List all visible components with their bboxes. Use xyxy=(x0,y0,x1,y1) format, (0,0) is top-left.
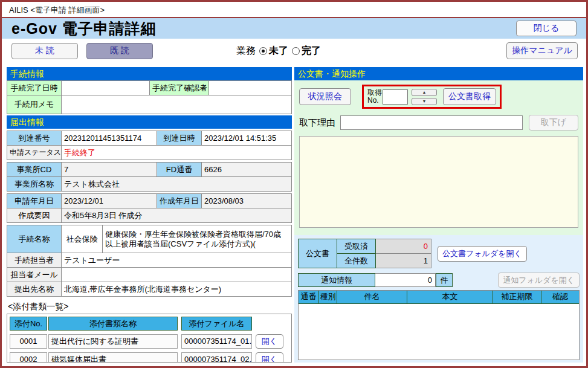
attachment-name: 磁気媒体届出書 xyxy=(48,352,178,363)
create-date-value: 2023/08/03 xyxy=(202,194,292,208)
radio-incomplete-icon[interactable] xyxy=(259,47,267,55)
report-group-dates: 申請年月日 2023/12/01 作成年月日 2023/08/03 作成要因 令… xyxy=(7,193,292,223)
total-label: 全件数 xyxy=(337,254,376,268)
right-column: 公文書・通知操作 状況照会 取得 No. ▲ ▼ 公文書取 xyxy=(294,67,583,363)
arrival-no-value: 202312011451351174 xyxy=(62,131,157,146)
apply-date-value: 2023/12/01 xyxy=(62,194,157,208)
radio-complete-label: 完了 xyxy=(302,45,321,57)
notice-col-body: 本文 xyxy=(407,291,493,304)
procedure-info-table: 手続完了日時 手続完了確認者 手続用メモ xyxy=(7,80,292,114)
acquire-doc-button[interactable]: 公文書取得 xyxy=(443,88,496,105)
task-status-group: 業務 未了 完了 xyxy=(236,45,321,57)
notice-count-field: 0 xyxy=(375,273,436,287)
staff-value: テストユーザー xyxy=(62,253,292,268)
radio-complete[interactable]: 完了 xyxy=(292,45,321,57)
status-inquiry-button[interactable]: 状況照会 xyxy=(299,88,351,105)
apply-date-label: 申請年月日 xyxy=(7,194,62,208)
acquire-no-input[interactable] xyxy=(383,89,408,105)
complete-datetime-value[interactable] xyxy=(62,81,150,95)
proc-category-value: 社会保険 xyxy=(62,225,103,253)
report-group-office: 事業所CD 7 FD通番 6626 事業所名称 テスト株式会社 xyxy=(7,162,292,192)
create-date-label: 作成年月日 xyxy=(157,194,202,208)
report-group-procedure: 手続名称 社会保険 健康保険・厚生年金保険被保険者資格取得届/70歳以上被用者該… xyxy=(7,225,292,297)
procedure-info-header: 手続情報 xyxy=(7,67,292,80)
close-button[interactable]: 閉じる xyxy=(516,21,577,36)
open-doc-folder-button[interactable]: 公文書フォルダを開く xyxy=(438,246,527,262)
complete-confirmer-value[interactable] xyxy=(209,81,292,95)
window-title: AILIS <電子申請 詳細画面> xyxy=(2,2,586,18)
notice-info-label: 通知情報 xyxy=(298,273,375,287)
unread-button[interactable]: 未 読 xyxy=(11,43,78,59)
spinner-down-button[interactable]: ▼ xyxy=(412,98,437,105)
withdraw-button[interactable]: 取下げ xyxy=(529,115,578,131)
arrival-no-label: 到達番号 xyxy=(7,131,62,146)
reason-value: 令和5年8月3日 作成分 xyxy=(62,208,292,223)
acquire-row: 状況照会 取得 No. ▲ ▼ 公文書取得 xyxy=(299,85,578,109)
attachment-file: 000007351174_01.p xyxy=(181,334,252,349)
office-cd-value: 7 xyxy=(62,163,157,177)
attachments-col-name: 添付書類名称 xyxy=(48,317,178,331)
official-doc-label: 公文書 xyxy=(299,239,337,268)
doc-ops-panel: 状況照会 取得 No. ▲ ▼ 公文書取得 xyxy=(294,80,583,235)
radio-incomplete-label: 未了 xyxy=(269,45,288,57)
attachment-name: 提出代行に関する証明書 xyxy=(48,334,178,349)
acquire-highlight-box: 取得 No. ▲ ▼ 公文書取得 xyxy=(362,85,502,109)
fd-no-label: FD通番 xyxy=(157,163,202,177)
total-count: 1 xyxy=(376,254,431,268)
office-name-label: 事業所名称 xyxy=(7,177,62,192)
page-title: e-Gov 電子申請詳細 xyxy=(2,18,586,39)
attachments-list: 添付No. 添付書類名称 添付ファイル名 0001 提出代行に関する証明書 00… xyxy=(7,314,292,363)
office-cd-label: 事業所CD xyxy=(7,163,62,177)
manual-button[interactable]: 操作マニュアル xyxy=(506,42,578,59)
fd-no-value: 6626 xyxy=(202,163,292,177)
received-count: 0 xyxy=(376,239,431,254)
notice-unit-label: 件 xyxy=(436,273,453,287)
mail-label: 担当者メール xyxy=(7,268,62,282)
doc-ops-header: 公文書・通知操作 xyxy=(294,67,583,80)
status-label: 申請ステータス xyxy=(7,146,62,160)
notice-col-confirm: 確認 xyxy=(541,291,579,304)
attachment-file: 000007351174_02.C xyxy=(181,352,252,363)
notice-table-body[interactable] xyxy=(299,304,579,360)
read-button[interactable]: 既 読 xyxy=(86,43,153,59)
notice-col-type: 種別 xyxy=(319,291,337,304)
arrival-dt-label: 到達日時 xyxy=(157,131,202,146)
attachment-no: 0001 xyxy=(10,334,47,349)
notification-panel: 公文書 受取済 0 全件数 1 公文書フォルダを開く 通知情報 0 件 xyxy=(294,235,583,363)
attachments-header-row: 添付No. 添付書類名称 添付ファイル名 xyxy=(10,317,289,331)
open-attachment-button[interactable]: 開く xyxy=(256,352,283,363)
received-label: 受取済 xyxy=(337,239,376,254)
attachments-col-no: 添付No. xyxy=(10,317,47,331)
memo-label: 手続用メモ xyxy=(7,95,62,114)
proc-name-value: 健康保険・厚生年金保険被保険者資格取得届/70歳以上被用者該当届(CSVファイル… xyxy=(103,225,292,253)
message-area[interactable] xyxy=(299,136,578,228)
page-header: e-Gov 電子申請詳細 閉じる xyxy=(2,18,586,39)
official-doc-counts: 公文書 受取済 0 全件数 1 公文書フォルダを開く xyxy=(298,239,580,268)
notice-table-header: 通番 種別 件名 本文 補正期限 確認 xyxy=(299,291,579,304)
spinner-up-button[interactable]: ▲ xyxy=(412,89,437,96)
application-detail-window: AILIS <電子申請 詳細画面> e-Gov 電子申請詳細 閉じる 未 読 既… xyxy=(0,0,588,368)
withdraw-reason-input[interactable] xyxy=(340,115,523,130)
notice-col-subject: 件名 xyxy=(337,291,407,304)
open-notice-folder-button[interactable]: 通知フォルダを開く xyxy=(498,273,580,288)
report-group-arrival: 到達番号 202312011451351174 到達日時 2023/12/01 … xyxy=(7,131,292,160)
dest-value: 北海道,帯広年金事務所(北海道事務センター) xyxy=(62,282,292,297)
memo-value[interactable] xyxy=(62,95,292,114)
task-label: 業務 xyxy=(236,45,256,57)
main-area: 手続情報 手続完了日時 手続完了確認者 手続用メモ 届出情報 xyxy=(2,64,586,366)
acquire-no-label-line2: No. xyxy=(367,97,382,105)
reason-label: 作成要因 xyxy=(7,208,62,223)
mail-value xyxy=(62,268,292,282)
attachments-col-file: 添付ファイル名 xyxy=(181,317,252,331)
notice-info-row: 通知情報 0 件 通知フォルダを開く xyxy=(298,273,580,288)
toolbar: 未 読 既 読 業務 未了 完了 操作マニュアル xyxy=(2,39,586,63)
radio-incomplete[interactable]: 未了 xyxy=(259,45,288,57)
complete-datetime-label: 手続完了日時 xyxy=(7,81,62,95)
office-name-value: テスト株式会社 xyxy=(62,177,292,192)
open-attachment-button[interactable]: 開く xyxy=(256,334,283,349)
attachment-row: 0001 提出代行に関する証明書 000007351174_01.p 開く xyxy=(10,334,289,349)
withdraw-row: 取下理由 取下げ xyxy=(299,115,578,131)
acquire-no-label: 取得 No. xyxy=(367,89,382,105)
attachment-row: 0002 磁気媒体届出書 000007351174_02.C 開く xyxy=(10,352,289,363)
radio-complete-icon[interactable] xyxy=(292,47,300,55)
